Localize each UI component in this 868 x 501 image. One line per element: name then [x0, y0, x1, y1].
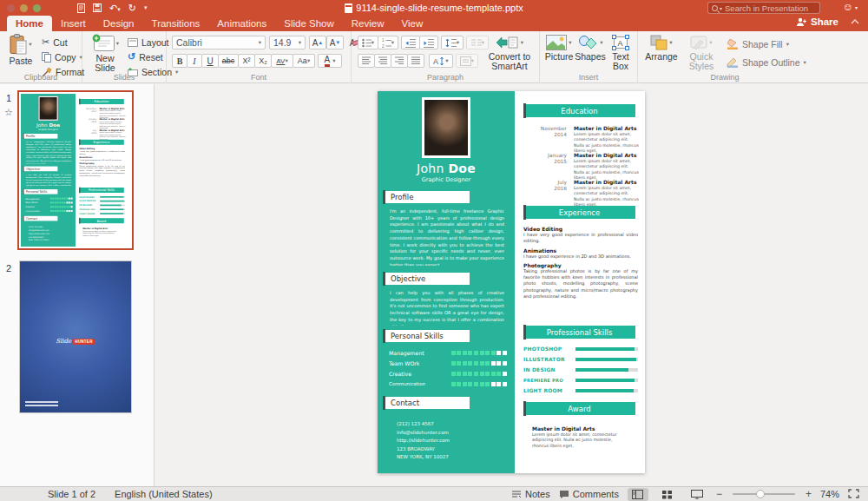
experience-text[interactable]: Video Editing I have very good experienc…	[523, 223, 638, 322]
slide-canvas[interactable]: John Doe Graphic Designer Profile I'm an…	[378, 91, 645, 473]
thumbnail-slide-1[interactable]: John Doe Graphic Designer Profile I'm an…	[17, 90, 134, 250]
character-spacing-button[interactable]: AV▾	[271, 54, 293, 68]
skill-bar-row[interactable]: PHOTOSHOP	[79, 195, 125, 199]
name-text[interactable]: John Doe	[378, 162, 515, 175]
underline-button[interactable]: U	[201, 54, 219, 68]
align-text-button[interactable]: ▾	[456, 54, 478, 68]
experience-text[interactable]: Video Editing I have very good experienc…	[79, 147, 125, 187]
skill-bar-row[interactable]: ILLUSTRATOR	[523, 355, 638, 363]
decrease-indent-button[interactable]	[401, 36, 420, 49]
profile-header[interactable]: Profile	[23, 134, 57, 139]
paste-button[interactable]: ▾ Paste	[5, 34, 36, 66]
skill-row[interactable]: Team WOrk	[389, 359, 507, 367]
bullets-button[interactable]: ▾	[358, 36, 378, 49]
education-header[interactable]: Education	[79, 99, 124, 104]
skill-row[interactable]: Creative	[389, 369, 507, 378]
align-left-button[interactable]	[358, 54, 375, 68]
share-button[interactable]: Share	[796, 16, 838, 27]
align-center-button[interactable]	[374, 54, 391, 68]
italic-button[interactable]: I	[187, 54, 202, 68]
objective-text[interactable]: I can help you with all phases of creati…	[390, 290, 504, 326]
slide-sorter-view-button[interactable]	[657, 488, 678, 501]
personal-skills-header[interactable]: Personal Skills	[383, 330, 470, 342]
line-spacing-button[interactable]: ▾	[441, 36, 464, 49]
notes-button[interactable]: Notes	[511, 489, 550, 499]
normal-view-button[interactable]	[628, 488, 648, 501]
convert-to-smartart-button[interactable]: ▾ Convert to SmartArt	[483, 35, 536, 71]
undo-button[interactable]: ↶▾	[109, 3, 121, 14]
skill-bar-row[interactable]: IN DESIGN	[523, 366, 638, 373]
subscript-button[interactable]: X₂	[254, 54, 272, 68]
increase-indent-button[interactable]	[419, 36, 438, 49]
tab-home[interactable]: Home	[7, 16, 52, 31]
bold-button[interactable]: B	[172, 54, 187, 68]
skill-bar-row[interactable]: LIGHT ROOM	[79, 212, 125, 215]
save-icon[interactable]	[93, 3, 102, 12]
shapes-button[interactable]: ▾ Shapes	[575, 35, 606, 62]
zoom-level[interactable]: 74%	[820, 489, 839, 499]
contact-text[interactable]: (212) 123 4567 info@slidehunter.com http…	[397, 421, 450, 463]
arrange-button[interactable]: ▾ Arrange	[643, 35, 680, 62]
skill-bar-row[interactable]: ILLUSTRATOR	[79, 200, 125, 203]
tab-design[interactable]: Design	[95, 16, 143, 31]
education-header[interactable]: Education	[523, 104, 635, 117]
text-direction-button[interactable]: A▾	[429, 54, 453, 68]
fit-slide-button[interactable]	[848, 489, 859, 500]
skill-row[interactable]: Creative	[25, 205, 72, 208]
skill-bar-row[interactable]: LIGHT ROOM	[523, 386, 638, 394]
shape-outline-button[interactable]: Shape Outline▾	[727, 56, 806, 68]
grow-font-button[interactable]: A▲	[309, 36, 326, 49]
change-case-button[interactable]: Aa▾	[293, 54, 315, 68]
font-family-select[interactable]: Calibri▾	[172, 36, 266, 49]
search-box[interactable]: ▾ Search in Presentation	[707, 2, 820, 14]
role-text[interactable]: Graphic Designer	[21, 128, 76, 130]
feedback-button[interactable]: ☺▾	[843, 1, 858, 13]
personal-skills-header[interactable]: Personal Skills	[23, 189, 57, 194]
tab-view[interactable]: View	[393, 16, 432, 31]
profile-photo[interactable]	[38, 96, 57, 121]
skill-row[interactable]: Management	[389, 348, 507, 357]
copy-button[interactable]: Copy▾	[42, 51, 82, 63]
award-text[interactable]: Master in Digital Arts Lorem ipsum dolor…	[82, 227, 119, 237]
skill-bar-row[interactable]: PREMIERE PRO	[79, 208, 125, 211]
tab-insert[interactable]: Insert	[52, 16, 95, 31]
award-header[interactable]: Award	[523, 402, 635, 415]
skill-row[interactable]: Team WOrk	[25, 201, 72, 204]
transition-star-icon[interactable]: ☆	[4, 107, 13, 118]
professional-skills-header[interactable]: Professional Skills	[523, 326, 635, 339]
contact-header[interactable]: Contact	[383, 397, 470, 409]
zoom-slider[interactable]	[733, 493, 795, 495]
zoom-in-button[interactable]: +	[806, 488, 812, 500]
skill-row[interactable]: Management	[25, 196, 72, 200]
tab-slide-show[interactable]: Slide Show	[275, 16, 343, 31]
superscript-button[interactable]: X²	[238, 54, 255, 68]
collapse-ribbon-icon[interactable]	[851, 17, 859, 26]
role-text[interactable]: Graphic Designer	[378, 176, 515, 183]
tab-review[interactable]: Review	[343, 16, 393, 31]
tab-transitions[interactable]: Transitions	[143, 16, 209, 31]
picture-button[interactable]: ▾ Picture	[543, 35, 575, 62]
award-header[interactable]: Award	[79, 218, 124, 223]
redo-button[interactable]: ↻	[128, 3, 136, 14]
award-text[interactable]: Master in Digital Arts Lorem ipsum dolor…	[532, 425, 622, 449]
search-scope-caret-icon[interactable]: ▾	[720, 5, 722, 11]
language-indicator[interactable]: English (United States)	[115, 489, 213, 499]
tab-animations[interactable]: Animations	[208, 16, 275, 31]
align-right-button[interactable]	[391, 54, 408, 68]
new-file-icon[interactable]	[77, 3, 85, 13]
new-slide-button[interactable]: ▾ New Slide	[88, 34, 122, 73]
slide-editing-canvas[interactable]: John Doe Graphic Designer Profile I'm an…	[155, 84, 868, 486]
numbering-button[interactable]: 12▾	[378, 36, 398, 49]
skill-bar-row[interactable]: PREMIERE PRO	[523, 376, 638, 384]
contact-text[interactable]: (212) 123 4567 info@slidehunter.com http…	[29, 226, 49, 242]
experience-header[interactable]: Experience	[79, 140, 124, 145]
shape-fill-button[interactable]: Shape Fill▾	[727, 38, 789, 49]
cut-button[interactable]: ✂Cut	[42, 36, 68, 48]
skill-row[interactable]: Communication	[25, 209, 72, 213]
zoom-window-button[interactable]	[33, 4, 41, 12]
skill-bar-row[interactable]: IN DESIGN	[79, 203, 125, 207]
customize-toolbar-icon[interactable]: ▾	[144, 4, 148, 11]
shrink-font-button[interactable]: A▼	[326, 36, 344, 49]
profile-header[interactable]: Profile	[383, 191, 470, 203]
profile-text[interactable]: I'm an independent, full-time freelance …	[26, 141, 72, 163]
